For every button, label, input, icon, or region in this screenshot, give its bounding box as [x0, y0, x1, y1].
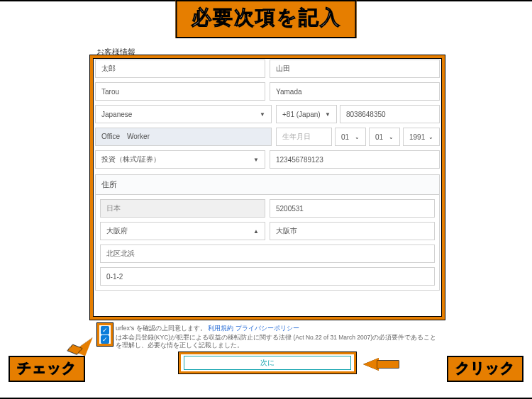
- dob-label: 生年月日: [276, 128, 332, 146]
- last-name-en-input[interactable]: Yamada: [270, 82, 440, 101]
- prefecture-select[interactable]: 大阪府 ▲: [100, 222, 265, 240]
- dob-day-select[interactable]: 01⌄: [335, 128, 366, 146]
- first-name-jp-input[interactable]: 太郎: [95, 60, 265, 78]
- purpose-value: 投資（株式/証券）: [101, 154, 160, 164]
- chevron-down-icon: ⌄: [355, 134, 360, 140]
- terms-text: urfex's を確認の上同意します。 利用規約 プライバシーポリシー: [116, 324, 299, 333]
- nationality-value: Japanese: [101, 111, 132, 118]
- terms-link[interactable]: 利用規約: [208, 325, 233, 332]
- id-number-input[interactable]: 123456789123: [270, 150, 440, 169]
- dob-month-select[interactable]: 01⌄: [369, 128, 400, 146]
- terms-checkbox[interactable]: ✓: [101, 326, 109, 335]
- arrow-icon: [363, 358, 379, 371]
- chevron-down-icon: ⌄: [428, 134, 433, 140]
- customer-form: 太郎 山田 Tarou Yamada Japanese ▼ +81 (Japan…: [95, 60, 440, 291]
- click-annotation-label: クリック: [447, 356, 523, 382]
- first-name-en-input[interactable]: Tarou: [95, 82, 265, 101]
- kyc-checkbox[interactable]: ✓: [101, 335, 109, 344]
- checkbox-highlight-box: ✓ ✓: [97, 323, 113, 346]
- nationality-select[interactable]: Japanese ▼: [95, 105, 272, 123]
- last-name-jp-input[interactable]: 山田: [270, 60, 440, 78]
- chevron-down-icon: ⌄: [389, 134, 394, 140]
- next-button[interactable]: 次に: [184, 356, 351, 370]
- postal-input[interactable]: 5200531: [270, 199, 435, 218]
- address-header: 住所: [95, 174, 440, 194]
- dob-month-value: 01: [375, 133, 383, 141]
- caret-down-icon: ▼: [325, 111, 331, 118]
- country-input[interactable]: 日本: [100, 199, 265, 218]
- dob-day-value: 01: [341, 133, 349, 141]
- city-input[interactable]: 大阪市: [270, 222, 435, 240]
- kyc-text: は本会員登録(KYC)が犯罪による収益の移転防止に関する法律 (Act No.2…: [116, 334, 442, 349]
- privacy-link[interactable]: プライバシーポリシー: [235, 325, 299, 332]
- phone-cc-value: +81 (Japan): [282, 111, 321, 118]
- occupation-select[interactable]: Office Worker: [95, 128, 272, 146]
- ward-input[interactable]: 北区北浜: [100, 245, 435, 263]
- phone-number-input[interactable]: 8038648350: [340, 105, 440, 123]
- dob-year-select[interactable]: 1991⌄: [403, 128, 440, 146]
- caret-down-icon: ▼: [260, 111, 265, 118]
- address-box: 日本 5200531 大阪府 ▲ 大阪市 北区北浜 0-1-2: [95, 194, 440, 291]
- occupation-value: Office Worker: [101, 132, 150, 142]
- instruction-banner: 必要次項を記入: [176, 0, 357, 38]
- purpose-select[interactable]: 投資（株式/証券） ▼: [95, 150, 265, 169]
- check-annotation-label: チェック: [9, 356, 85, 382]
- phone-country-select[interactable]: +81 (Japan) ▼: [276, 105, 337, 123]
- address-line-input[interactable]: 0-1-2: [100, 267, 435, 286]
- submit-highlight-box: 次に: [179, 352, 356, 373]
- dob-year-value: 1991: [409, 133, 425, 141]
- caret-down-icon: ▼: [253, 157, 259, 163]
- arrow-icon: [73, 333, 92, 356]
- prefecture-value: 大阪府: [106, 226, 128, 236]
- caret-up-icon: ▲: [253, 228, 259, 235]
